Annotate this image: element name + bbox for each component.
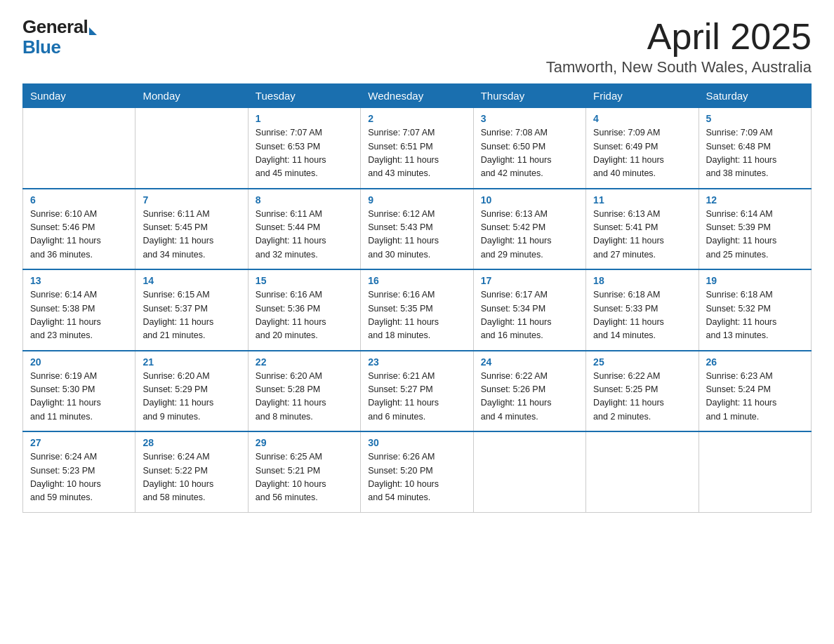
day-number: 10 — [481, 194, 578, 206]
day-number: 5 — [706, 113, 804, 124]
calendar-table: Sunday Monday Tuesday Wednesday Thursday… — [22, 83, 812, 513]
calendar-week-row: 20Sunrise: 6:19 AM Sunset: 5:30 PM Dayli… — [23, 351, 812, 432]
table-row: 26Sunrise: 6:23 AM Sunset: 5:24 PM Dayli… — [699, 351, 811, 432]
table-row: 22Sunrise: 6:20 AM Sunset: 5:28 PM Dayli… — [248, 351, 360, 432]
col-sunday: Sunday — [23, 84, 135, 108]
day-info: Sunrise: 6:20 AM Sunset: 5:29 PM Dayligh… — [143, 370, 240, 424]
col-saturday: Saturday — [699, 84, 811, 108]
table-row — [699, 431, 811, 512]
day-number: 21 — [143, 356, 240, 368]
day-info: Sunrise: 6:17 AM Sunset: 5:34 PM Dayligh… — [481, 288, 578, 343]
day-info: Sunrise: 7:07 AM Sunset: 6:53 PM Dayligh… — [256, 126, 353, 181]
table-row: 6Sunrise: 6:10 AM Sunset: 5:46 PM Daylig… — [23, 189, 135, 270]
table-row — [473, 431, 585, 512]
table-row: 8Sunrise: 6:11 AM Sunset: 5:44 PM Daylig… — [248, 189, 360, 270]
calendar-week-row: 1Sunrise: 7:07 AM Sunset: 6:53 PM Daylig… — [23, 108, 812, 189]
day-number: 19 — [706, 275, 804, 286]
table-row: 25Sunrise: 6:22 AM Sunset: 5:25 PM Dayli… — [586, 351, 699, 432]
logo-blue: Blue — [22, 36, 60, 58]
table-row: 20Sunrise: 6:19 AM Sunset: 5:30 PM Dayli… — [23, 351, 135, 432]
table-row: 9Sunrise: 6:12 AM Sunset: 5:43 PM Daylig… — [361, 189, 473, 270]
day-info: Sunrise: 7:09 AM Sunset: 6:49 PM Dayligh… — [593, 126, 691, 181]
day-number: 8 — [256, 194, 353, 206]
table-row: 12Sunrise: 6:14 AM Sunset: 5:39 PM Dayli… — [699, 189, 811, 270]
table-row: 19Sunrise: 6:18 AM Sunset: 5:32 PM Dayli… — [699, 269, 811, 351]
logo-arrow-icon — [89, 27, 97, 35]
day-number: 22 — [256, 356, 353, 368]
page-title: April 2025 — [546, 17, 812, 57]
day-number: 15 — [256, 275, 353, 286]
day-info: Sunrise: 6:25 AM Sunset: 5:21 PM Dayligh… — [256, 450, 353, 505]
day-number: 4 — [593, 113, 691, 124]
day-number: 30 — [368, 437, 465, 448]
day-number: 18 — [593, 275, 691, 286]
col-friday: Friday — [586, 84, 699, 108]
day-number: 3 — [481, 113, 578, 124]
day-number: 25 — [593, 356, 691, 368]
day-info: Sunrise: 6:20 AM Sunset: 5:28 PM Dayligh… — [256, 370, 353, 424]
day-info: Sunrise: 6:16 AM Sunset: 5:35 PM Dayligh… — [368, 288, 465, 343]
day-info: Sunrise: 6:18 AM Sunset: 5:33 PM Dayligh… — [593, 288, 691, 343]
table-row: 18Sunrise: 6:18 AM Sunset: 5:33 PM Dayli… — [586, 269, 699, 351]
table-row: 24Sunrise: 6:22 AM Sunset: 5:26 PM Dayli… — [473, 351, 585, 432]
table-row: 3Sunrise: 7:08 AM Sunset: 6:50 PM Daylig… — [473, 108, 585, 189]
calendar-week-row: 6Sunrise: 6:10 AM Sunset: 5:46 PM Daylig… — [23, 189, 812, 270]
page-subtitle: Tamworth, New South Wales, Australia — [546, 58, 812, 76]
day-number: 1 — [256, 113, 353, 124]
day-info: Sunrise: 6:13 AM Sunset: 5:41 PM Dayligh… — [593, 208, 691, 262]
day-number: 29 — [256, 437, 353, 448]
day-info: Sunrise: 6:18 AM Sunset: 5:32 PM Dayligh… — [706, 288, 804, 343]
table-row: 5Sunrise: 7:09 AM Sunset: 6:48 PM Daylig… — [699, 108, 811, 189]
table-row: 4Sunrise: 7:09 AM Sunset: 6:49 PM Daylig… — [586, 108, 699, 189]
day-number: 9 — [368, 194, 465, 206]
day-info: Sunrise: 6:15 AM Sunset: 5:37 PM Dayligh… — [143, 288, 240, 343]
day-number: 28 — [143, 437, 240, 448]
day-info: Sunrise: 6:24 AM Sunset: 5:22 PM Dayligh… — [143, 450, 240, 505]
calendar-header-row: Sunday Monday Tuesday Wednesday Thursday… — [23, 84, 812, 108]
day-info: Sunrise: 6:19 AM Sunset: 5:30 PM Dayligh… — [30, 370, 128, 424]
table-row: 10Sunrise: 6:13 AM Sunset: 5:42 PM Dayli… — [473, 189, 585, 270]
day-number: 12 — [706, 194, 804, 206]
day-number: 2 — [368, 113, 465, 124]
table-row — [135, 108, 248, 189]
day-info: Sunrise: 6:16 AM Sunset: 5:36 PM Dayligh… — [256, 288, 353, 343]
day-number: 17 — [481, 275, 578, 286]
day-number: 13 — [30, 275, 128, 286]
header: General Blue April 2025 Tamworth, New So… — [22, 17, 812, 76]
day-info: Sunrise: 6:12 AM Sunset: 5:43 PM Dayligh… — [368, 208, 465, 262]
day-info: Sunrise: 6:11 AM Sunset: 5:44 PM Dayligh… — [256, 208, 353, 262]
day-info: Sunrise: 7:08 AM Sunset: 6:50 PM Dayligh… — [481, 126, 578, 181]
day-number: 16 — [368, 275, 465, 286]
table-row: 14Sunrise: 6:15 AM Sunset: 5:37 PM Dayli… — [135, 269, 248, 351]
day-info: Sunrise: 6:21 AM Sunset: 5:27 PM Dayligh… — [368, 370, 465, 424]
table-row: 7Sunrise: 6:11 AM Sunset: 5:45 PM Daylig… — [135, 189, 248, 270]
day-info: Sunrise: 7:07 AM Sunset: 6:51 PM Dayligh… — [368, 126, 465, 181]
table-row: 29Sunrise: 6:25 AM Sunset: 5:21 PM Dayli… — [248, 431, 360, 512]
day-info: Sunrise: 6:14 AM Sunset: 5:38 PM Dayligh… — [30, 288, 128, 343]
table-row: 27Sunrise: 6:24 AM Sunset: 5:23 PM Dayli… — [23, 431, 135, 512]
day-info: Sunrise: 6:22 AM Sunset: 5:25 PM Dayligh… — [593, 370, 691, 424]
day-info: Sunrise: 6:13 AM Sunset: 5:42 PM Dayligh… — [481, 208, 578, 262]
table-row: 28Sunrise: 6:24 AM Sunset: 5:22 PM Dayli… — [135, 431, 248, 512]
table-row: 23Sunrise: 6:21 AM Sunset: 5:27 PM Dayli… — [361, 351, 473, 432]
table-row: 16Sunrise: 6:16 AM Sunset: 5:35 PM Dayli… — [361, 269, 473, 351]
table-row: 30Sunrise: 6:26 AM Sunset: 5:20 PM Dayli… — [361, 431, 473, 512]
day-info: Sunrise: 6:23 AM Sunset: 5:24 PM Dayligh… — [706, 370, 804, 424]
day-info: Sunrise: 6:10 AM Sunset: 5:46 PM Dayligh… — [30, 208, 128, 262]
logo-general: General — [22, 16, 88, 37]
table-row: 21Sunrise: 6:20 AM Sunset: 5:29 PM Dayli… — [135, 351, 248, 432]
table-row: 17Sunrise: 6:17 AM Sunset: 5:34 PM Dayli… — [473, 269, 585, 351]
col-thursday: Thursday — [473, 84, 585, 108]
day-info: Sunrise: 7:09 AM Sunset: 6:48 PM Dayligh… — [706, 126, 804, 181]
table-row — [586, 431, 699, 512]
day-info: Sunrise: 6:22 AM Sunset: 5:26 PM Dayligh… — [481, 370, 578, 424]
day-number: 20 — [30, 356, 128, 368]
day-info: Sunrise: 6:11 AM Sunset: 5:45 PM Dayligh… — [143, 208, 240, 262]
table-row: 11Sunrise: 6:13 AM Sunset: 5:41 PM Dayli… — [586, 189, 699, 270]
day-info: Sunrise: 6:14 AM Sunset: 5:39 PM Dayligh… — [706, 208, 804, 262]
col-monday: Monday — [135, 84, 248, 108]
table-row — [23, 108, 135, 189]
col-wednesday: Wednesday — [361, 84, 473, 108]
table-row: 15Sunrise: 6:16 AM Sunset: 5:36 PM Dayli… — [248, 269, 360, 351]
day-number: 7 — [143, 194, 240, 206]
